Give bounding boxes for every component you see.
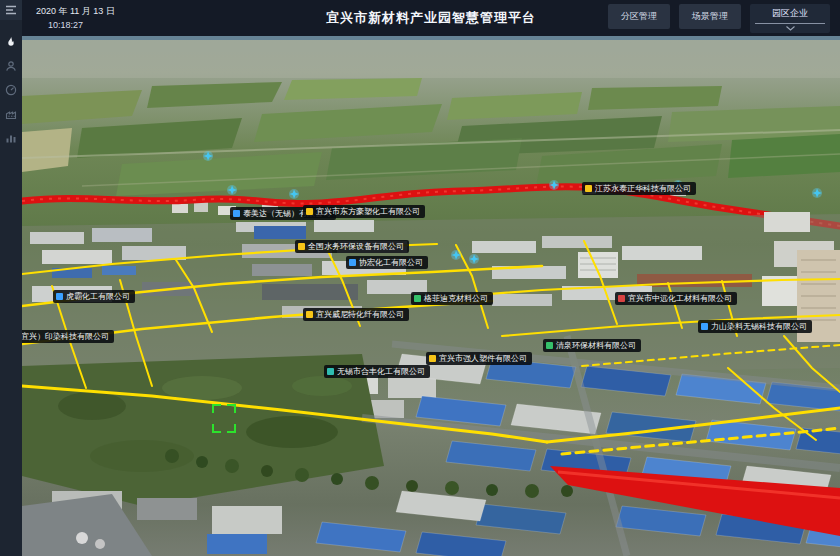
monitor-marker-icon	[451, 250, 461, 260]
dropdown-label: 园区企业	[772, 7, 808, 20]
monitor-marker-icon	[812, 188, 822, 198]
company-label-text: 力山染料无锡科技有限公司	[711, 322, 807, 331]
company-marker-icon	[349, 259, 356, 266]
company-label[interactable]: 宜兴市中远化工材料有限公司	[615, 292, 737, 305]
company-label-text: 中兴（宜兴）印染科技有限公司	[22, 332, 109, 341]
company-label[interactable]: 江苏永泰正华科技有限公司	[582, 182, 696, 195]
monitor-marker-icon	[289, 189, 299, 199]
company-marker-icon	[546, 342, 553, 349]
company-label-text: 宜兴市中远化工材料有限公司	[628, 294, 732, 303]
chevron-down-icon	[786, 26, 795, 31]
topbar-actions: 分区管理 场景管理 园区企业	[608, 4, 830, 33]
company-label[interactable]: 宜兴市东方豪塑化工有限公司	[303, 205, 425, 218]
company-label[interactable]: 全国水务环保设备有限公司	[295, 240, 409, 253]
company-label-text: 江苏永泰正华科技有限公司	[595, 184, 691, 193]
dropdown-divider	[755, 23, 825, 24]
company-marker-icon	[233, 210, 240, 217]
company-marker-icon	[414, 295, 421, 302]
company-marker-icon	[306, 311, 313, 318]
monitor-marker-icon	[469, 254, 479, 264]
company-label[interactable]: 力山染料无锡科技有限公司	[698, 320, 812, 333]
menu-icon[interactable]	[0, 0, 22, 20]
zone-management-button[interactable]: 分区管理	[608, 4, 670, 29]
company-label[interactable]: 虎霸化工有限公司	[53, 290, 135, 303]
bar-chart-icon[interactable]	[0, 127, 22, 149]
company-label-text: 无锡市合丰化工有限公司	[337, 367, 425, 376]
company-marker-icon	[56, 293, 63, 300]
park-enterprise-dropdown[interactable]: 园区企业	[750, 4, 830, 33]
company-label-text: 宜兴威尼特化纤有限公司	[316, 310, 404, 319]
company-label-text: 协宏化工有限公司	[359, 258, 423, 267]
company-label[interactable]: 中兴（宜兴）印染科技有限公司	[22, 330, 114, 343]
map-viewport: 泰美达（无锡）有限公司 宜兴市东方豪塑化工有限公司 全国水务环保设备有限公司 协…	[22, 36, 840, 556]
app-window: 2020 年 11 月 13 日 10:18:27 宜兴市新材料产业园智慧管理平…	[0, 0, 840, 556]
company-marker-icon	[298, 243, 305, 250]
company-label[interactable]: 无锡市合丰化工有限公司	[324, 365, 430, 378]
company-marker-icon	[618, 295, 625, 302]
user-icon[interactable]	[0, 55, 22, 77]
company-label-text: 宜兴市强人塑件有限公司	[439, 354, 527, 363]
top-bar: 2020 年 11 月 13 日 10:18:27 宜兴市新材料产业园智慧管理平…	[22, 0, 840, 36]
company-label-text: 格菲迪克材料公司	[424, 294, 488, 303]
company-label-text: 全国水务环保设备有限公司	[308, 242, 404, 251]
monitor-marker-icon	[227, 185, 237, 195]
company-label[interactable]: 清泉环保材料有限公司	[543, 339, 641, 352]
gauge-icon[interactable]	[0, 79, 22, 101]
sidebar	[0, 0, 22, 556]
company-marker-icon	[585, 185, 592, 192]
company-label[interactable]: 宜兴威尼特化纤有限公司	[303, 308, 409, 321]
company-marker-icon	[306, 208, 313, 215]
fire-icon[interactable]	[0, 31, 22, 53]
company-marker-icon	[701, 323, 708, 330]
company-marker-icon	[327, 368, 334, 375]
company-label-text: 清泉环保材料有限公司	[556, 341, 636, 350]
company-label-text: 宜兴市东方豪塑化工有限公司	[316, 207, 420, 216]
monitor-marker-icon	[549, 180, 559, 190]
company-label[interactable]: 宜兴市强人塑件有限公司	[426, 352, 532, 365]
monitor-marker-icon	[203, 151, 213, 161]
company-label-text: 虎霸化工有限公司	[66, 292, 130, 301]
factory-icon[interactable]	[0, 103, 22, 125]
company-label[interactable]: 格菲迪克材料公司	[411, 292, 493, 305]
scene-management-button[interactable]: 场景管理	[679, 4, 741, 29]
company-label[interactable]: 协宏化工有限公司	[346, 256, 428, 269]
company-marker-icon	[429, 355, 436, 362]
